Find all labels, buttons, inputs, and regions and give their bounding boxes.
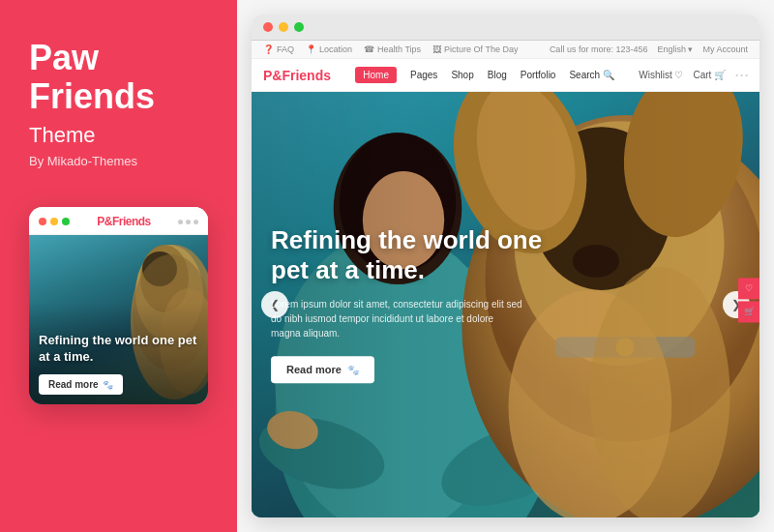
mobile-window-dots (39, 218, 70, 225)
mobile-paw-icon: 🐾 (103, 380, 113, 390)
side-icon-top: ♡ (745, 283, 753, 293)
brand-by: By Mikado-Themes (29, 154, 137, 168)
utility-faq[interactable]: ❓ FAQ (263, 44, 294, 54)
utility-health[interactable]: ☎ Health Tips (364, 44, 421, 54)
nav-item-search[interactable]: Search 🔍 (569, 70, 613, 80)
desktop-nav-logo[interactable]: P&Friends (263, 68, 331, 83)
logo-text: P&Friends (263, 68, 331, 83)
mobile-read-more-label: Read more (48, 379, 99, 390)
hero-read-more-label: Read more (286, 365, 342, 376)
faq-icon: ❓ (263, 44, 274, 54)
desktop-utility-bar: ❓ FAQ 📍 Location ☎ Health Tips 🖼 Picture… (252, 41, 759, 59)
faq-label: FAQ (277, 44, 294, 54)
nav-item-blog[interactable]: Blog (488, 70, 507, 80)
titlebar-dot-red[interactable] (263, 22, 273, 32)
mobile-dot-red (39, 218, 46, 225)
health-label: Health Tips (377, 44, 421, 54)
left-panel: Paw Friends Theme By Mikado-Themes P&Fri… (0, 0, 237, 532)
hero-read-more-button[interactable]: Read more 🐾 (271, 357, 374, 384)
picture-icon: 🖼 (432, 44, 441, 54)
wishlist-link[interactable]: Wishlist ♡ (639, 70, 683, 80)
nav-item-home[interactable]: Home (355, 67, 397, 83)
mobile-mockup: P&Friends Refining the world one pet at … (29, 207, 208, 404)
mobile-menu-dots (178, 220, 198, 224)
mobile-hero: Refining the world one pet at a time. Re… (29, 235, 208, 404)
nav-item-shop[interactable]: Shop (451, 70, 473, 80)
mobile-dot-yellow (50, 218, 58, 225)
hero-title: Refining the world one pet at a time. (271, 225, 580, 285)
utility-location[interactable]: 📍 Location (306, 44, 352, 54)
language-selector[interactable]: English ▾ (657, 44, 693, 54)
hero-paw-icon: 🐾 (347, 365, 359, 375)
desktop-mockup: ❓ FAQ 📍 Location ☎ Health Tips 🖼 Picture… (252, 15, 759, 517)
mobile-menu-dot-1 (178, 220, 183, 224)
nav-item-pages[interactable]: Pages (410, 70, 437, 80)
utility-right-items: Call us for more: 123-456 English ▾ My A… (550, 44, 748, 54)
utility-picture[interactable]: 🖼 Picture Of The Day (432, 44, 518, 54)
hero-content: Refining the world one pet at a time. Lo… (271, 225, 580, 383)
mobile-dot-green (62, 218, 70, 225)
mobile-menu-dot-2 (186, 220, 191, 224)
desktop-navbar: P&Friends Home Pages Shop Blog Portfolio… (252, 59, 759, 92)
location-label: Location (319, 44, 352, 54)
titlebar-dot-green[interactable] (294, 22, 304, 32)
hero-side-button-bottom[interactable]: 🛒 (738, 301, 759, 322)
mobile-top-bar: P&Friends (29, 207, 208, 235)
desktop-nav-right: Wishlist ♡ Cart 🛒 • • • (639, 70, 748, 80)
side-icon-bottom: 🛒 (744, 307, 755, 316)
desktop-nav-items: Home Pages Shop Blog Portfolio Search 🔍 (355, 67, 614, 83)
my-account-link[interactable]: My Account (702, 44, 748, 54)
health-icon: ☎ (364, 44, 374, 54)
mobile-read-more-button[interactable]: Read more 🐾 (39, 374, 123, 395)
desktop-hero: ❮ ❯ ♡ 🛒 Refining the world one pet at a … (252, 92, 759, 517)
utility-left-items: ❓ FAQ 📍 Location ☎ Health Tips 🖼 Picture… (263, 44, 518, 54)
mobile-hero-text: Refining the world one pet at a time. (39, 333, 198, 366)
mobile-logo: P&Friends (97, 215, 151, 228)
cart-link[interactable]: Cart 🛒 (693, 70, 726, 80)
hero-side-buttons: ♡ 🛒 (738, 278, 759, 322)
nav-dots: • • • (735, 71, 748, 79)
nav-item-portfolio[interactable]: Portfolio (521, 70, 556, 80)
hero-side-button-top[interactable]: ♡ (738, 278, 759, 299)
right-panel: ❓ FAQ 📍 Location ☎ Health Tips 🖼 Picture… (237, 0, 774, 532)
brand-subtitle: Theme (29, 123, 95, 148)
picture-label: Picture Of The Day (444, 44, 518, 54)
location-icon: 📍 (306, 44, 316, 54)
brand-title: Paw Friends (29, 39, 208, 115)
mobile-menu-dot-3 (194, 220, 198, 224)
phone-number: Call us for more: 123-456 (550, 44, 648, 54)
titlebar-dot-yellow[interactable] (279, 22, 288, 32)
hero-description: Lorem ipsum dolor sit amet, consectetur … (271, 298, 522, 341)
desktop-titlebar (252, 15, 759, 41)
